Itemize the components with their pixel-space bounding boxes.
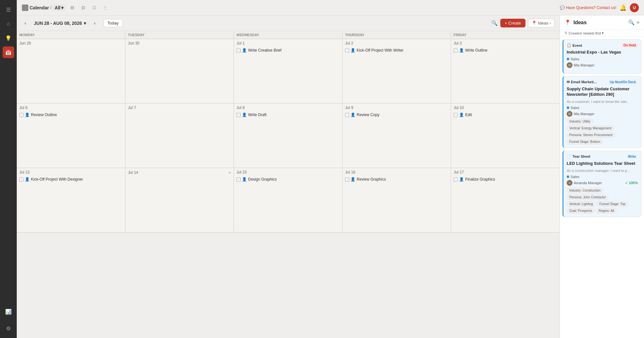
breadcrumb-dropdown-label: All — [55, 5, 61, 10]
idea-card-type: 📄 Tear Sheet — [567, 154, 590, 159]
task-icon: 👤 — [459, 113, 464, 117]
task-item[interactable]: 👤 Kick-Off Project With Writer — [345, 48, 448, 53]
task-checkbox[interactable] — [345, 48, 349, 53]
idea-card-event[interactable]: 📋 Event On Hold Industrial Expo - Las Ve… — [562, 39, 641, 74]
sales-dot — [567, 175, 569, 178]
day-header-tuesday: TUESDAY — [125, 31, 234, 39]
ideas-nav-label: Ideas — [538, 21, 548, 25]
top-bar: Calendar / All ▾ ⊟ ⊡ ⬡ ⋮ 💬 Have Question… — [17, 0, 644, 15]
ideas-header: 📍 Ideas 🔍 + — [560, 15, 644, 30]
task-checkbox[interactable] — [19, 113, 24, 117]
task-item[interactable]: 👤 Edit — [454, 113, 557, 118]
add-day-button[interactable]: + — [228, 170, 231, 175]
task-checkbox[interactable] — [345, 113, 349, 117]
task-item[interactable]: 👤 Write Creative Brief — [236, 48, 340, 53]
task-item[interactable]: 👤 Write Draft — [236, 113, 340, 118]
share-button[interactable]: ⬡ — [90, 3, 99, 12]
date-range-text: JUN 28 - AUG 08, 2026 — [34, 21, 82, 26]
task-checkbox[interactable] — [454, 113, 458, 117]
day-cell-jul13: Jul 13 👤 Kick-Off Project With Designer — [17, 168, 125, 232]
day-number: Jul 17 — [454, 170, 557, 174]
calendar-icon[interactable]: 📅 — [3, 46, 14, 58]
sales-dot — [567, 106, 569, 109]
task-icon: 👤 — [242, 177, 247, 182]
email-type-label: Email Marketi... — [571, 80, 597, 84]
left-sidebar: ☰ ⌂ 💡 📅 📊 ⚙ — [0, 0, 17, 338]
task-icon: 👤 — [459, 48, 464, 53]
date-range[interactable]: JUN 28 - AUG 08, 2026 ▾ — [34, 21, 86, 26]
task-checkbox[interactable] — [236, 177, 241, 182]
notification-button[interactable]: 🔔 — [620, 4, 627, 11]
day-headers: MONDAY TUESDAY WEDNESDAY THURSDAY FRIDAY — [17, 31, 560, 39]
day-cell-jul17: Jul 17 👤 Finalize Graphics — [451, 168, 560, 232]
idea-card-tearsheet[interactable]: 📄 Tear Sheet Write LED Lighting Solution… — [562, 151, 641, 217]
event-manager-avatar: M — [567, 62, 572, 68]
day-number: Jul 10 — [454, 105, 557, 110]
task-icon: 👤 — [242, 113, 247, 117]
ideas-add-button[interactable]: + — [637, 19, 639, 25]
tag-funnel: Funnel Stage: Bottom — [567, 139, 603, 144]
task-checkbox[interactable] — [19, 177, 24, 182]
more-options-button[interactable]: ⋮ — [101, 3, 110, 12]
settings-icon[interactable]: ⚙ — [3, 323, 14, 334]
ideas-nav-chevron: › — [550, 21, 551, 25]
search-button[interactable]: 🔍 — [491, 20, 498, 26]
task-item[interactable]: 👤 Finalize Graphics — [454, 177, 557, 182]
task-item[interactable]: 👤 Review Outline — [19, 113, 122, 118]
email-status-badge: Up Next/On Deck — [608, 80, 638, 84]
tearsheet-tags-row: Industry: Construction Persona: John Con… — [567, 188, 638, 214]
display-button[interactable]: ⊡ — [79, 3, 88, 12]
tearsheet-sales-label: Sales — [571, 175, 580, 179]
chart-icon[interactable]: 📊 — [3, 306, 14, 317]
tag-funnel: Funnel Stage: Top — [597, 201, 628, 207]
idea-card-email[interactable]: ✉ Email Marketi... Up Next/On Deck Suppl… — [562, 76, 641, 148]
next-nav-button[interactable]: › — [91, 19, 98, 27]
day-cell-jun29: Jun 29 — [17, 39, 125, 103]
email-card-title: Supply Chain Update Customer Newsletter … — [567, 86, 638, 97]
tearsheet-status-badge: Write — [626, 154, 638, 159]
ideas-nav-button[interactable]: 📍 Ideas › — [528, 19, 554, 27]
day-cell-jul10: Jul 10 👤 Edit — [451, 104, 560, 168]
task-checkbox[interactable] — [236, 48, 241, 53]
home-icon[interactable]: ⌂ — [3, 18, 14, 30]
day-number: Jul 14 + — [128, 170, 231, 175]
day-cell-jul2: Jul 2 👤 Kick-Off Project With Writer — [342, 39, 451, 103]
calendar-grid: MONDAY TUESDAY WEDNESDAY THURSDAY FRIDAY… — [17, 31, 560, 338]
ideas-search-button[interactable]: 🔍 — [628, 19, 635, 25]
task-checkbox[interactable] — [345, 177, 349, 182]
task-item[interactable]: 👤 Review Copy — [345, 113, 448, 118]
filter-button[interactable]: ⊟ — [68, 3, 77, 12]
lightbulb-icon[interactable]: 💡 — [3, 32, 14, 44]
day-cell-jul9: Jul 9 👤 Review Copy — [342, 104, 451, 168]
tag-persona: Persona: Steven Procurement — [567, 132, 615, 138]
ideas-sort-value-text: newest first — [583, 31, 601, 35]
chevron-down-icon: ▾ — [61, 5, 63, 10]
day-number: Jul 2 — [345, 41, 448, 45]
task-icon: 👤 — [351, 113, 355, 117]
ideas-panel: 📍 Ideas 🔍 + ⇅ Created newest first ▾ — [560, 15, 644, 338]
task-checkbox[interactable] — [454, 177, 458, 182]
task-item[interactable]: 👤 Design Graphics — [236, 177, 340, 182]
week-row-3: Jul 13 👤 Kick-Off Project With Designer … — [17, 168, 560, 233]
task-label: Finalize Graphics — [465, 177, 495, 182]
tearsheet-type-icon: 📄 — [567, 154, 571, 159]
ideas-sort: ⇅ Created newest first ▾ — [560, 30, 644, 37]
contact-link[interactable]: 💬 Have Questions? Contact us! — [560, 5, 616, 10]
task-label: Kick-Off Project With Designer — [31, 177, 83, 182]
day-cell-jul6: Jul 6 👤 Review Outline — [17, 104, 125, 168]
menu-icon[interactable]: ☰ — [3, 4, 14, 15]
task-item[interactable]: 👤 Kick-Off Project With Designer — [19, 177, 122, 182]
create-button[interactable]: + Create — [500, 19, 525, 27]
task-checkbox[interactable] — [236, 113, 241, 117]
avatar[interactable]: U — [630, 3, 639, 12]
ideas-sort-value[interactable]: newest first ▾ — [583, 31, 604, 35]
task-item[interactable]: 👤 Write Outline — [454, 48, 557, 53]
day-cell-jul15: Jul 15 👤 Design Graphics — [234, 168, 342, 232]
tearsheet-type-label: Tear Sheet — [572, 154, 590, 158]
prev-nav-button[interactable]: ‹ — [22, 19, 29, 27]
task-checkbox[interactable] — [454, 48, 458, 53]
breadcrumb-dropdown[interactable]: All ▾ — [53, 5, 65, 11]
day-cell-jul8: Jul 8 👤 Write Draft — [234, 104, 342, 168]
today-button[interactable]: Today — [103, 19, 123, 27]
task-item[interactable]: 👤 Review Graphics — [345, 177, 448, 182]
